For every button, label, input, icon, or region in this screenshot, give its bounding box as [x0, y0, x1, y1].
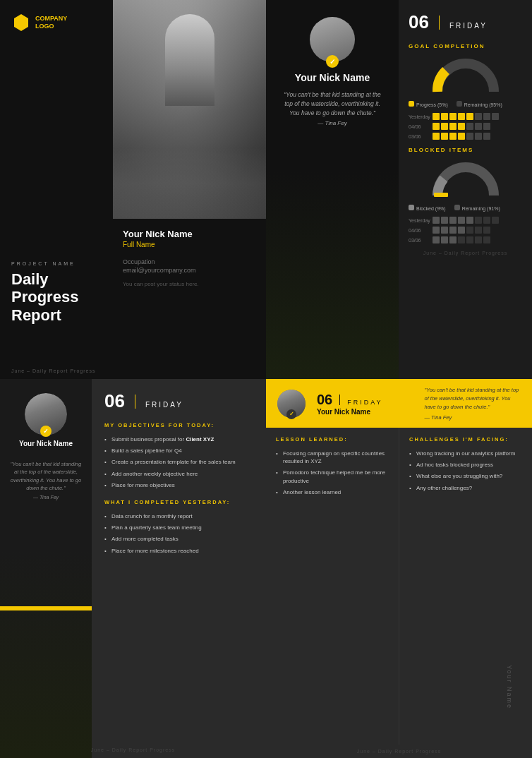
email: email@yourcompany.com — [123, 267, 256, 274]
slide3-footer: June – Daily Report Progress — [0, 747, 266, 752]
completed-4: Place for more milestones reached — [104, 547, 253, 555]
lesson-1: Focusing campaign on specific countries … — [276, 450, 389, 465]
slide3-date-header: 06 FRIDAY — [104, 390, 253, 412]
objectives-list: Submit business proposal for Client XYZ … — [104, 435, 253, 489]
challenge-4: Any other challenges? — [409, 484, 522, 492]
date-header: 06 FRIDAY — [409, 11, 522, 33]
slide4-header: ✓ 06 FRIDAY Your Nick Name "You can't be… — [266, 379, 532, 428]
logo-company: COMPANY — [35, 15, 67, 23]
objective-2: Build a sales pipeline for Q4 — [104, 447, 253, 455]
person-info: Your Nick Name Full Name Occupation emai… — [113, 219, 266, 287]
completed-1: Data crunch for a monthly report — [104, 512, 253, 520]
goal-bars: Yesterday 04/06 — [409, 113, 522, 140]
occupation: Occupation — [123, 258, 256, 265]
slide4-date: 06 FRIDAY — [317, 392, 413, 408]
slide3-quote-author: — Tina Fey — [33, 495, 59, 500]
logo-area: COMPANY LOGO — [11, 13, 102, 32]
objectives-label: MY OBJECTIVES FOR TODAY: — [104, 422, 253, 428]
person-photo — [113, 0, 266, 219]
yellow-accent-bar — [0, 606, 92, 610]
challenges-list: Wrong tracking in our analytics platform… — [409, 450, 522, 492]
slide3-leaves — [0, 550, 92, 758]
slide2-profile-panel: ✓ Your Nick Name "You can't be that kid … — [266, 0, 399, 379]
blocked-label: BLOCKED ITEMS — [409, 147, 522, 153]
check-badge: ✓ — [326, 55, 339, 68]
logo-sub: LOGO — [35, 23, 67, 30]
slide4-quote-text: "You can't be that kid standing at the t… — [425, 386, 521, 411]
blocked-donut-svg — [430, 160, 501, 199]
nick-name: Your Nick Name — [123, 229, 256, 239]
quote-text: "You can't be that kid standing at the t… — [274, 90, 390, 117]
challenge-2: Ad hoc tasks blocked progress — [409, 461, 522, 469]
challenges-label: CHALLENGES I'M FACING: — [409, 436, 522, 443]
lesson-column: LESSON LEARNED: Focusing campaign on spe… — [266, 428, 399, 745]
full-name: Full Name — [123, 241, 256, 248]
completed-3: Add more completed tasks — [104, 535, 253, 543]
slide4-nick: Your Nick Name — [317, 408, 413, 416]
blocked-bar-apr06: 04/06 — [409, 227, 522, 234]
slide3-quote: "You can't be that kid standing at the t… — [7, 460, 85, 492]
goal-bar-mar06: 03/06 — [409, 133, 522, 140]
slide3-date-sep — [135, 395, 135, 409]
goal-legend: Progress (5%) Remaining (95%) — [409, 101, 522, 107]
objective-3: Create a presentation template for the s… — [104, 458, 253, 466]
slide3-date-day: FRIDAY — [145, 401, 183, 409]
lesson-list: Focusing campaign on specific countries … — [276, 450, 389, 496]
date-day: FRIDAY — [449, 22, 488, 30]
blocked-bar-blocks-yesterday — [433, 217, 499, 224]
slide4-date-number: 06 — [317, 392, 332, 408]
svg-rect-1 — [434, 193, 448, 197]
slide2: ✓ Your Nick Name "You can't be that kid … — [266, 0, 532, 379]
svg-marker-0 — [14, 14, 28, 31]
slide1: COMPANY LOGO PROJECT NAME Daily Progress… — [0, 0, 266, 379]
lesson-3: Another lesson learned — [276, 488, 389, 496]
challenge-1: Wrong tracking in our analytics platform — [409, 450, 522, 457]
lesson-label: LESSON LEARNED: — [276, 436, 389, 443]
goal-bar-blocks-mar06 — [433, 133, 490, 140]
blocked-legend: Blocked (9%) Remaining (91%) — [409, 205, 522, 211]
slide4: ✓ 06 FRIDAY Your Nick Name "You can't be… — [266, 379, 532, 758]
objective-5: Place for more objectives — [104, 481, 253, 489]
slide3: ✓ Your Nick Name "You can't be that kid … — [0, 379, 266, 758]
date-number: 06 — [409, 11, 429, 33]
objective-1: Submit business proposal for Client XYZ — [104, 435, 253, 443]
slide4-date-separator — [339, 395, 340, 405]
completed-2: Plan a quarterly sales team meeting — [104, 524, 253, 531]
logo-text: COMPANY LOGO — [35, 15, 67, 30]
goal-label: GOAL COMPLETION — [409, 43, 522, 49]
challenge-3: What else are you struggling with? — [409, 472, 522, 480]
blocked-bar-mar06: 03/06 — [409, 236, 522, 243]
slide3-date-number: 06 — [104, 390, 125, 412]
slide2-nick: Your Nick Name — [295, 72, 370, 83]
goal-donut-chart — [409, 56, 522, 95]
slide4-body: LESSON LEARNED: Focusing campaign on spe… — [266, 428, 532, 745]
slide3-nick: Your Nick Name — [19, 440, 73, 447]
lesson-2: Pomodoro technique helped me be more pro… — [276, 469, 389, 484]
goal-donut-svg — [430, 56, 501, 95]
completed-list: Data crunch for a monthly report Plan a … — [104, 512, 253, 555]
blocked-bar-blocks-mar06 — [433, 236, 490, 243]
slide3-left-panel: ✓ Your Nick Name "You can't be that kid … — [0, 379, 92, 758]
slide2-charts-panel: 06 FRIDAY GOAL COMPLETION Progress (5%) … — [399, 0, 532, 379]
slide4-footer: June – Daily Report Progress — [266, 745, 532, 758]
status-text: You can post your status here. — [123, 281, 256, 287]
your-name-watermark: Your Name — [504, 665, 517, 709]
objective-4: Add another weekly objective here — [104, 470, 253, 478]
slide4-date-day: FRIDAY — [347, 399, 382, 406]
quote-author: — Tina Fey — [318, 120, 346, 126]
logo-hex-icon — [11, 13, 31, 32]
slide3-right-panel: 06 FRIDAY MY OBJECTIVES FOR TODAY: Submi… — [92, 379, 266, 758]
slide3-check-badge: ✓ — [40, 426, 52, 437]
slide4-quote-author: — Tina Fey — [425, 414, 521, 421]
completed-label: WHAT I COMPLETED YESTERDAY: — [104, 499, 253, 505]
blocked-bar-yesterday: Yesterday — [409, 217, 522, 224]
date-separator — [439, 16, 440, 30]
slide1-footer: June – Daily Report Progress — [0, 363, 266, 379]
leaves-background — [266, 171, 399, 379]
blocked-bars: Yesterday 04/06 — [409, 217, 522, 243]
goal-bar-blocks-apr06 — [433, 123, 490, 130]
goal-bar-yesterday: Yesterday — [409, 113, 522, 120]
goal-bar-apr06: 04/06 — [409, 123, 522, 130]
goal-bar-blocks-yesterday — [433, 113, 499, 120]
blocked-donut-chart — [409, 160, 522, 199]
